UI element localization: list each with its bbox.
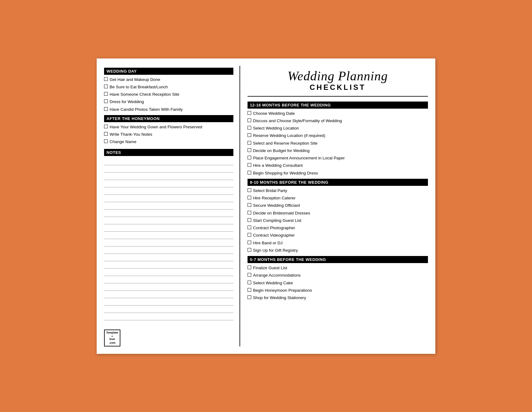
logo-line4: .com — [106, 341, 118, 345]
checkbox-icon[interactable] — [104, 85, 108, 88]
note-line[interactable] — [104, 158, 233, 165]
item-label: Hire Reception Caterer — [253, 195, 296, 201]
list-item: Start Compiling Guest List — [248, 217, 428, 224]
note-line[interactable] — [104, 306, 233, 313]
item-label: Have Someone Check Reception Site — [110, 91, 179, 98]
list-item: Contract Photographer — [248, 224, 428, 232]
list-item: Finalize Guest List — [248, 264, 428, 272]
checkbox-icon[interactable] — [248, 196, 251, 199]
note-line[interactable] — [104, 246, 233, 254]
left-column: WEDDING DAY Get Hair and Makeup Done Be … — [104, 66, 240, 346]
item-label: Decide on Bridesmaid Dresses — [253, 210, 310, 216]
item-label: Select Wedding Cake — [253, 280, 293, 286]
checkbox-icon[interactable] — [248, 111, 251, 115]
item-label: Change Name — [110, 139, 136, 145]
note-line[interactable] — [104, 187, 233, 195]
item-label: Finalize Guest List — [253, 265, 287, 271]
checkbox-icon[interactable] — [104, 125, 108, 128]
note-line[interactable] — [104, 217, 233, 224]
list-item: Choose Wedding Date — [248, 110, 428, 117]
section-12-16-months: 12-16 MONTHS BEFORE THE WEDDING Choose W… — [248, 100, 428, 177]
section-header-8-10: 8-10 MONTHS BEFORE THE WEDDING — [248, 179, 428, 186]
checkbox-icon[interactable] — [248, 148, 251, 152]
note-line[interactable] — [104, 239, 233, 246]
checkbox-icon[interactable] — [248, 141, 251, 145]
note-line[interactable] — [104, 224, 233, 232]
note-line[interactable] — [104, 180, 233, 187]
checkbox-icon[interactable] — [248, 163, 251, 167]
checkbox-icon[interactable] — [248, 188, 251, 192]
note-line[interactable] — [104, 298, 233, 306]
checkbox-icon[interactable] — [248, 218, 251, 222]
note-line[interactable] — [104, 173, 233, 180]
note-line[interactable] — [104, 291, 233, 298]
checkbox-icon[interactable] — [248, 203, 251, 207]
note-line[interactable] — [104, 283, 233, 291]
checkbox-icon[interactable] — [104, 92, 108, 96]
item-label: Contract Videographer — [253, 232, 295, 238]
checkbox-icon[interactable] — [248, 241, 251, 244]
list-item: Change Name — [104, 138, 233, 146]
note-line[interactable] — [104, 254, 233, 261]
list-item: Begin Shopping for Wedding Dress — [248, 170, 428, 177]
checkbox-icon[interactable] — [248, 266, 251, 269]
checkbox-icon[interactable] — [248, 233, 251, 237]
list-item: Hire a Wedding Consultant — [248, 162, 428, 169]
item-label: Get Hair and Makeup Done — [110, 77, 160, 83]
list-item: Reserve Wedding Location (if required) — [248, 132, 428, 139]
note-line[interactable] — [104, 269, 233, 276]
logo-line2: n — [106, 335, 118, 338]
checkbox-icon[interactable] — [104, 99, 108, 103]
item-label: Have Your Wedding Gown and Flowers Prese… — [110, 124, 202, 130]
note-line[interactable] — [104, 202, 233, 210]
checkbox-icon[interactable] — [104, 132, 108, 136]
item-label: Secure Wedding Officiant — [253, 202, 300, 209]
checkbox-icon[interactable] — [248, 118, 251, 122]
notes-lines — [104, 158, 233, 320]
list-item: Contract Videographer — [248, 232, 428, 239]
list-item: Select Wedding Cake — [248, 279, 428, 287]
note-line[interactable] — [104, 195, 233, 202]
list-item: Have Someone Check Reception Site — [104, 91, 233, 98]
checkbox-icon[interactable] — [248, 156, 251, 159]
checkbox-icon[interactable] — [248, 211, 251, 214]
note-line[interactable] — [104, 210, 233, 217]
item-label: Hire a Wedding Consultant — [253, 162, 303, 169]
list-item: Select and Reserve Reception Site — [248, 140, 428, 147]
checkbox-icon[interactable] — [104, 77, 108, 81]
section-wedding-day: WEDDING DAY Get Hair and Makeup Done Be … — [104, 66, 233, 113]
section-notes: NOTES — [104, 147, 233, 326]
section-8-10-months: 8-10 MONTHS BEFORE THE WEDDING Select Br… — [248, 177, 428, 254]
logo-box: Template n love .com — [104, 330, 120, 346]
list-item: Arrange Accommodations — [248, 272, 428, 279]
checkbox-icon[interactable] — [104, 107, 108, 111]
list-item: Secure Wedding Officiant — [248, 202, 428, 209]
note-line[interactable] — [104, 232, 233, 239]
item-label: Shop for Wedding Stationery — [253, 295, 306, 301]
note-line[interactable] — [104, 165, 233, 173]
section-5-7-months: 5-7 MONTHS BEFORE THE WEDDING Finalize G… — [248, 254, 428, 302]
note-line[interactable] — [104, 313, 233, 320]
list-item: Be Sure to Eat Breakfast/Lunch — [104, 83, 233, 91]
item-label: Reserve Wedding Location (if required) — [253, 133, 325, 139]
checkbox-icon[interactable] — [248, 288, 251, 292]
checkbox-icon[interactable] — [248, 248, 251, 252]
list-item: Shop for Wedding Stationery — [248, 294, 428, 302]
note-line[interactable] — [104, 276, 233, 283]
item-label: Write Thank-You Notes — [110, 131, 152, 138]
checkbox-icon[interactable] — [248, 126, 251, 130]
checkbox-icon[interactable] — [248, 295, 251, 299]
checkbox-icon[interactable] — [248, 171, 251, 174]
logo-line1: Template — [106, 331, 118, 335]
checkbox-icon[interactable] — [104, 139, 108, 143]
checkbox-icon[interactable] — [248, 133, 251, 137]
note-line[interactable] — [104, 261, 233, 269]
title-checklist: CHECKLIST — [248, 83, 428, 92]
item-label: Select and Reserve Reception Site — [253, 140, 317, 146]
item-label: Arrange Accommodations — [253, 272, 301, 278]
list-item: Decide on Budget for Wedding — [248, 147, 428, 154]
checkbox-icon[interactable] — [248, 226, 251, 229]
checkbox-icon[interactable] — [248, 273, 251, 277]
checkbox-icon[interactable] — [248, 281, 251, 284]
item-label: Dress for Wedding — [110, 99, 144, 105]
